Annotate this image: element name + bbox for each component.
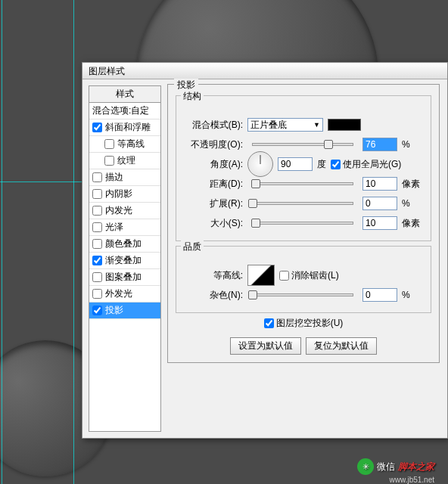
distance-input[interactable] [362,177,397,191]
opacity-input[interactable] [362,138,397,151]
quality-group: 品质 等高线: 消除锯齿(L) 杂色(N): % [176,246,431,313]
noise-input[interactable] [362,288,397,302]
size-unit: 像素 [402,217,425,230]
sidebar-item-5[interactable]: 内阴影 [89,186,160,203]
contour-label: 等高线: [182,269,243,282]
dialog-title: 图层样式 [82,63,447,79]
distance-unit: 像素 [402,178,425,191]
noise-slider[interactable] [252,293,353,296]
sidebar-item-4[interactable]: 描边 [89,169,160,186]
watermark-url: www.jb51.net [390,476,434,484]
sidebar-item-1[interactable]: 斜面和浮雕 [89,119,160,136]
sidebar-item-2[interactable]: 等高线 [89,136,160,153]
knockout-checkbox[interactable]: 图层挖空投影(U) [264,317,344,330]
reset-default-button[interactable]: 复位为默认值 [306,337,377,355]
size-input[interactable] [362,216,397,230]
sidebar-item-9[interactable]: 渐变叠加 [89,253,160,269]
structure-group: 结构 混合模式(B): 正片叠底▼ 不透明度(O): % 角度(A): [176,95,431,241]
drop-shadow-panel: 投影 结构 混合模式(B): 正片叠底▼ 不透明度(O): % [167,84,440,363]
watermark: ✳ 微信脚本之家 [357,458,434,475]
sidebar-item-7[interactable]: 光泽 [89,219,160,236]
global-light-checkbox[interactable]: 使用全局光(G) [331,158,401,171]
spread-slider[interactable] [252,202,353,205]
chevron-down-icon: ▼ [313,121,320,129]
blend-mode-label: 混合模式(B): [182,119,243,132]
distance-slider[interactable] [252,182,353,185]
shadow-color-swatch[interactable] [328,119,361,131]
structure-label: 结构 [181,90,204,103]
angle-unit: 度 [317,158,326,171]
size-slider[interactable] [252,222,353,225]
sidebar-item-6[interactable]: 内发光 [89,203,160,219]
sidebar-item-11[interactable]: 外发光 [89,286,160,302]
spread-input[interactable] [362,197,397,210]
antialias-checkbox[interactable]: 消除锯齿(L) [279,269,339,282]
spread-unit: % [402,198,425,209]
spread-label: 扩展(R): [182,197,243,210]
sidebar-item-8[interactable]: 颜色叠加 [89,236,160,253]
sidebar-item-12[interactable]: 投影 [89,302,160,319]
make-default-button[interactable]: 设置为默认值 [230,337,301,355]
sidebar-item-0[interactable]: 混合选项:自定 [89,103,160,119]
contour-picker[interactable] [247,265,275,286]
opacity-unit: % [402,139,425,150]
angle-input[interactable] [278,157,313,171]
styles-list: 样式 混合选项:自定斜面和浮雕等高线纹理描边内阴影内发光光泽颜色叠加渐变叠加图案… [89,85,161,432]
styles-header: 样式 [89,86,160,103]
wechat-icon: ✳ [357,458,374,475]
distance-label: 距离(D): [182,178,243,191]
angle-dial[interactable] [247,151,273,177]
size-label: 大小(S): [182,217,243,230]
sidebar-item-10[interactable]: 图案叠加 [89,269,160,286]
opacity-slider[interactable] [252,143,353,146]
noise-unit: % [402,290,425,300]
blend-mode-select[interactable]: 正片叠底▼ [247,118,323,132]
quality-label: 品质 [181,240,204,253]
opacity-label: 不透明度(O): [182,138,243,151]
sidebar-item-3[interactable]: 纹理 [89,153,160,169]
layer-style-dialog: 图层样式 样式 混合选项:自定斜面和浮雕等高线纹理描边内阴影内发光光泽颜色叠加渐… [82,62,448,439]
angle-label: 角度(A): [182,158,243,171]
noise-label: 杂色(N): [182,289,243,302]
